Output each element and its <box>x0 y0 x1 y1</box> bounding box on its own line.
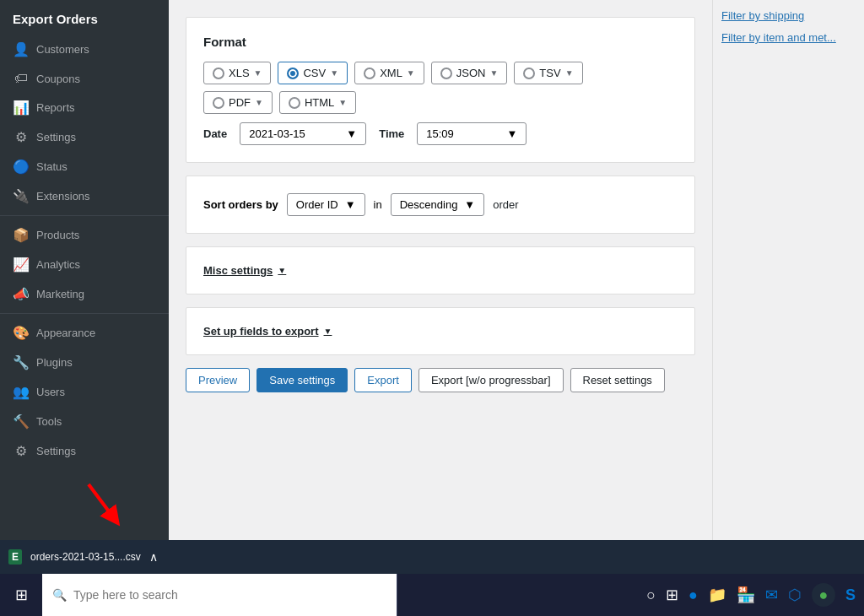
sidebar-item-label: Products <box>36 229 79 241</box>
format-btn-html[interactable]: HTML ▼ <box>279 91 356 114</box>
format-label-json: JSON <box>456 67 486 79</box>
marketing-icon: 📣 <box>13 286 30 302</box>
format-btn-csv[interactable]: CSV ▼ <box>278 62 348 84</box>
sidebar-divider-2 <box>0 313 169 314</box>
sort-direction-value: Descending <box>400 198 458 211</box>
products-icon: 📦 <box>13 227 30 243</box>
sidebar-item-analytics[interactable]: 📈 Analytics <box>0 250 169 279</box>
format-btn-xml[interactable]: XML ▼ <box>354 62 424 84</box>
sidebar-item-products[interactable]: 📦 Products <box>0 220 169 250</box>
start-button[interactable]: ⊞ <box>0 574 42 616</box>
format-label-tsv: TSV <box>539 67 560 79</box>
format-options-row1: XLS ▼ CSV ▼ XML ▼ JSON <box>203 62 678 84</box>
sidebar-item-label: Customers <box>36 43 89 56</box>
windows-icon: ⊞ <box>15 586 28 604</box>
sidebar-item-extensions[interactable]: 🔌 Extensions <box>0 181 169 211</box>
sort-panel: Sort orders by Order ID ▼ in Descending … <box>186 176 695 234</box>
sidebar-item-coupons[interactable]: 🏷 Coupons <box>0 64 169 93</box>
download-chevron[interactable]: ∧ <box>149 550 158 564</box>
fields-panel: Set up fields to export ▼ <box>186 307 695 355</box>
coupons-icon: 🏷 <box>13 71 30 86</box>
sort-direction-label: in <box>374 198 382 211</box>
download-file-icon: E <box>8 549 22 565</box>
radio-xls <box>213 68 224 79</box>
chevron-html: ▼ <box>338 98 347 107</box>
task-dropbox-icon[interactable]: ⬡ <box>788 586 802 604</box>
sidebar-item-label: Status <box>36 160 68 173</box>
sidebar-item-appearance[interactable]: 🎨 Appearance <box>0 318 169 348</box>
date-chevron: ▼ <box>346 127 357 140</box>
radio-tsv <box>523 68 535 79</box>
time-chevron: ▼ <box>506 127 517 140</box>
date-value: 2021-03-15 <box>249 127 305 140</box>
filter-item-link[interactable]: Filter by item and met... <box>721 30 856 46</box>
preview-button[interactable]: Preview <box>186 368 250 392</box>
filter-shipping-link[interactable]: Filter by shipping <box>721 8 856 24</box>
radio-csv <box>287 68 299 79</box>
customers-icon: 👤 <box>13 41 30 57</box>
format-btn-pdf[interactable]: PDF ▼ <box>203 91 273 114</box>
export-button[interactable]: Export <box>354 368 412 392</box>
sidebar-item-settings[interactable]: ⚙ Settings <box>0 122 169 152</box>
fields-toggle[interactable]: Set up fields to export ▼ <box>203 325 678 338</box>
reset-settings-button[interactable]: Reset settings <box>570 368 665 392</box>
time-label: Time <box>379 127 404 140</box>
extensions-icon: 🔌 <box>13 188 30 204</box>
sidebar-item-label: Settings <box>36 445 76 457</box>
task-grid-icon[interactable]: ⊞ <box>666 586 678 604</box>
misc-settings-toggle[interactable]: Misc settings ▼ <box>203 264 678 277</box>
sidebar-title: Export Orders <box>0 0 169 35</box>
fields-arrow: ▼ <box>324 327 332 336</box>
taskbar-divider <box>397 574 397 616</box>
sidebar-item-customers[interactable]: 👤 Customers <box>0 35 169 64</box>
sort-field-select[interactable]: Order ID ▼ <box>287 193 365 216</box>
sidebar-item-reports[interactable]: 📊 Reports <box>0 93 169 122</box>
sort-direction-select[interactable]: Descending ▼ <box>391 193 485 216</box>
sidebar-item-label: Plugins <box>36 356 73 369</box>
task-mail-icon[interactable]: ✉ <box>765 586 778 604</box>
format-panel: Format XLS ▼ CSV ▼ XML ▼ <box>186 17 695 163</box>
format-label-html: HTML <box>305 96 334 109</box>
sidebar-item-label: Marketing <box>36 288 84 300</box>
sort-label: Sort orders by <box>203 198 278 211</box>
sidebar-item-settings2[interactable]: ⚙ Settings <box>0 436 169 466</box>
chevron-json: ▼ <box>489 68 498 78</box>
chevron-xml: ▼ <box>407 68 415 78</box>
format-btn-tsv[interactable]: TSV ▼ <box>514 62 582 84</box>
task-store-icon[interactable]: 🏪 <box>737 586 755 604</box>
taskbar-search-input[interactable] <box>73 588 386 602</box>
sidebar-item-status[interactable]: 🔵 Status <box>0 152 169 181</box>
save-settings-button[interactable]: Save settings <box>256 368 348 392</box>
sidebar-item-plugins[interactable]: 🔧 Plugins <box>0 348 169 377</box>
chevron-tsv: ▼ <box>565 68 574 78</box>
taskbar-search-area[interactable]: 🔍 <box>42 574 397 616</box>
tools-icon: 🔨 <box>13 413 30 430</box>
radio-json <box>440 68 452 79</box>
format-label-xls: XLS <box>229 67 250 79</box>
sidebar-item-tools[interactable]: 🔨 Tools <box>0 407 169 436</box>
taskbar-right: ○ ⊞ ● 📁 🏪 ✉ ⬡ ● S <box>638 583 864 607</box>
radio-html <box>289 97 300 109</box>
time-picker[interactable]: 15:09 ▼ <box>417 122 526 145</box>
format-btn-xls[interactable]: XLS ▼ <box>203 62 271 84</box>
content-area: Format XLS ▼ CSV ▼ XML ▼ <box>169 0 712 540</box>
task-s-icon[interactable]: S <box>845 586 856 604</box>
users-icon: 👥 <box>13 384 30 400</box>
format-label-csv: CSV <box>303 67 326 79</box>
sidebar-item-label: Coupons <box>36 73 80 85</box>
date-label: Date <box>203 127 227 140</box>
task-files-icon[interactable]: 📁 <box>708 586 726 604</box>
export-no-progress-button[interactable]: Export [w/o progressbar] <box>418 368 564 392</box>
task-edge-icon[interactable]: ● <box>688 586 698 604</box>
task-circle-icon[interactable]: ○ <box>646 586 656 604</box>
sidebar-item-marketing[interactable]: 📣 Marketing <box>0 279 169 309</box>
format-btn-json[interactable]: JSON ▼ <box>431 62 508 84</box>
date-picker[interactable]: 2021-03-15 ▼ <box>240 122 366 145</box>
action-buttons: Preview Save settings Export Export [w/o… <box>186 368 695 392</box>
sidebar-item-users[interactable]: 👥 Users <box>0 377 169 407</box>
radio-pdf <box>213 97 224 109</box>
sort-field-chevron: ▼ <box>345 198 356 211</box>
task-chrome-icon[interactable]: ● <box>812 583 835 607</box>
sort-order-label: order <box>493 198 518 211</box>
chevron-xls: ▼ <box>254 68 262 78</box>
